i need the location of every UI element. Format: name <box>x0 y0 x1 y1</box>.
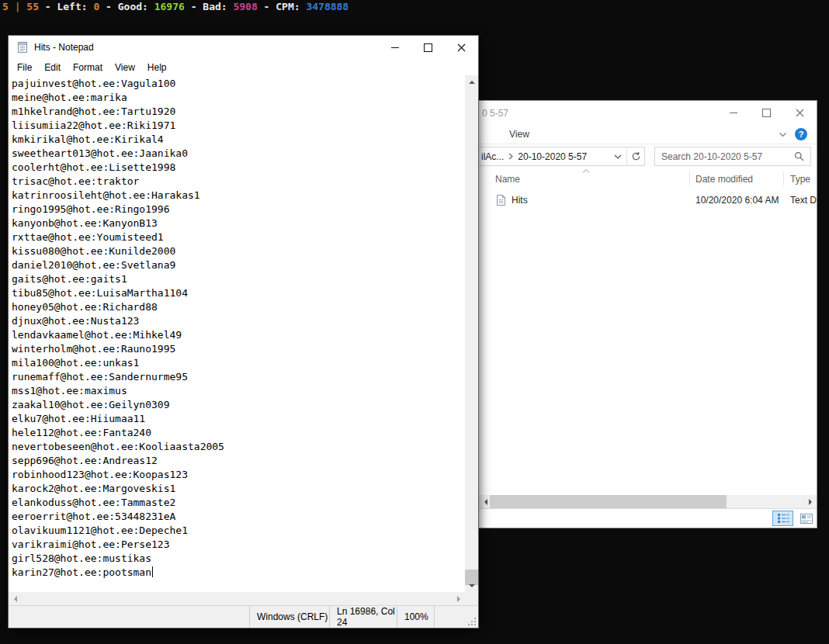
search-icon <box>794 151 804 161</box>
notepad-minimize-button[interactable] <box>378 36 411 59</box>
search-box <box>654 147 811 166</box>
file-date-modified: 10/20/2020 6:04 AM <box>695 195 779 206</box>
scrollbar-corner <box>465 592 478 605</box>
credential-line: katrinroosileht@hot.ee:Harakas1 <box>12 189 465 203</box>
column-header-type[interactable]: Type <box>790 174 810 185</box>
credential-line: kanyonb@hot.ee:KanyonB13 <box>12 216 465 230</box>
ribbon-tab-view[interactable]: View <box>509 129 529 140</box>
credential-line: daniel2010@hot.ee:Svetlana9 <box>12 258 465 272</box>
explorer-titlebar: 0 5-57 <box>479 101 817 125</box>
menu-item[interactable]: View <box>109 61 141 74</box>
notepad-titlebar[interactable]: Hits - Notepad <box>9 36 478 59</box>
menu-item[interactable]: Format <box>67 61 109 74</box>
notepad-maximize-button[interactable] <box>411 36 445 59</box>
scrollbar-thumb[interactable] <box>490 495 727 508</box>
explorer-statusbar <box>479 508 817 528</box>
status-segment: 5 <box>2 1 9 12</box>
credential-line: m1hkelrand@hot.ee:Tartu1920 <box>12 105 465 119</box>
notepad-close-button[interactable] <box>445 36 478 59</box>
ribbon-collapse-icon[interactable] <box>779 132 787 137</box>
credential-line: liisumiia22@hot.ee:Riki1971 <box>12 119 465 133</box>
explorer-minimize-button[interactable] <box>716 101 750 125</box>
address-bar[interactable]: ilAc... 20-10-2020 5-57 <box>479 147 645 166</box>
status-grip-segment <box>434 606 478 628</box>
address-dropdown-icon[interactable] <box>614 154 622 159</box>
column-separator <box>689 172 690 185</box>
explorer-window: 0 5-57 View ? ilAc... 20-10-2020 5-57 <box>478 100 817 528</box>
credential-line: winterholm@hot.ee:Rauno1995 <box>12 342 465 356</box>
details-view-button[interactable] <box>772 511 793 526</box>
credential-line: mss1@hot.ee:maximus <box>12 384 465 398</box>
explorer-close-button[interactable] <box>783 101 817 125</box>
arrow-up-icon <box>469 81 475 84</box>
explorer-maximize-button[interactable] <box>750 101 783 125</box>
credential-line: lendavkaamel@hot.ee:Mihkel49 <box>12 328 465 342</box>
help-icon[interactable]: ? <box>795 128 807 140</box>
explorer-horizontal-scrollbar[interactable] <box>479 495 817 508</box>
notepad-statusbar: Windows (CRLF) Ln 16986, Col 24 100% <box>9 605 478 628</box>
credential-line: djnux@hot.ee:Nusta123 <box>12 314 465 328</box>
credential-line: gaits@hot.ee:gaits1 <box>12 272 465 286</box>
arrow-down-icon <box>469 584 475 587</box>
status-segment: 5908 <box>233 1 257 12</box>
credential-line: pajuinvest@hot.ee:Vagula100 <box>12 77 465 91</box>
refresh-icon <box>631 151 641 161</box>
maximize-icon <box>424 43 432 52</box>
credential-line: mila100@hot.ee:unkas1 <box>12 356 465 370</box>
explorer-title: 0 5-57 <box>479 108 508 119</box>
credential-line: sepp696@hot.ee:Andreas12 <box>12 454 465 468</box>
breadcrumb-current[interactable]: 20-10-2020 5-57 <box>518 151 587 162</box>
file-row[interactable]: Hits 10/20/2020 6:04 AM Text Do <box>479 192 817 209</box>
status-segment: - Good: <box>99 1 154 12</box>
scroll-right-button[interactable] <box>452 592 465 605</box>
credential-line: kissu080@hot.ee:Kunilde2000 <box>12 244 465 258</box>
credential-line: nevertobeseen@hot.ee:Kooliaasta2005 <box>12 440 465 454</box>
arrow-right-icon <box>457 596 460 602</box>
menu-item[interactable]: Help <box>141 61 173 74</box>
credential-line: karock2@hot.ee:Margoveskis1 <box>12 482 465 496</box>
arrow-left-icon <box>484 499 487 505</box>
file-type: Text Do <box>790 195 817 206</box>
breadcrumb-parent[interactable]: ilAc... <box>479 151 504 162</box>
arrow-right-icon <box>809 499 812 505</box>
scroll-up-button[interactable] <box>465 75 478 88</box>
explorer-ribbon: View ? <box>479 125 817 144</box>
details-view-icon <box>777 513 789 524</box>
scroll-right-button[interactable] <box>803 495 817 508</box>
notepad-horizontal-scrollbar[interactable] <box>9 592 465 605</box>
notepad-text-area[interactable]: pajuinvest@hot.ee:Vagula100meine@hot.ee:… <box>9 75 465 592</box>
resize-grip-icon[interactable] <box>467 617 477 626</box>
status-segment: - Left: <box>39 1 93 12</box>
status-segment: 55 <box>26 1 39 12</box>
credential-line: zaakal10@hot.ee:Geilyn0309 <box>12 398 465 412</box>
credential-line: varikraimi@hot.ee:Perse123 <box>12 538 465 552</box>
refresh-button[interactable] <box>627 151 644 161</box>
column-header-name[interactable]: Name <box>495 174 520 185</box>
thumbnails-view-icon <box>800 514 813 524</box>
scroll-down-button[interactable] <box>465 579 478 592</box>
credential-line: rxttae@hot.ee:Youmisteed1 <box>12 230 465 244</box>
credential-line: hele112@hot.ee:Fanta240 <box>12 426 465 440</box>
menu-item[interactable]: Edit <box>38 61 67 74</box>
credential-line: ringo1995@hot.ee:Ringo1996 <box>12 203 465 216</box>
column-header-date-modified[interactable]: Date modified <box>695 174 753 185</box>
credential-line: elku7@hot.ee:Hiiumaa11 <box>12 412 465 426</box>
explorer-file-list: Name Date modified Type Hits 10/20/2020 … <box>479 168 817 495</box>
breadcrumb-chevron-icon <box>508 153 513 160</box>
credential-line: kmkirikal@hot.ee:Kirikal4 <box>12 133 465 147</box>
credential-line: girl528@hot.ee:mustikas <box>12 552 465 566</box>
scroll-left-button[interactable] <box>9 592 22 605</box>
status-line-ending: Windows (CRLF) <box>249 606 329 628</box>
credential-line: eeroerrit@hot.ee:53448231eA <box>12 510 465 524</box>
credential-line: runemaff@hot.ee:Sandernurme95 <box>12 370 465 384</box>
credential-line: karin27@hot.ee:pootsman <box>12 566 465 580</box>
status-cursor-position: Ln 16986, Col 24 <box>329 606 397 628</box>
explorer-address-row: ilAc... 20-10-2020 5-57 <box>479 144 817 168</box>
status-segment: 16976 <box>154 1 185 12</box>
thumbnails-view-button[interactable] <box>799 511 814 526</box>
menu-item[interactable]: File <box>11 61 38 74</box>
status-segment: - Bad: <box>185 1 234 12</box>
search-input[interactable] <box>655 151 794 162</box>
close-icon <box>457 43 466 52</box>
notepad-vertical-scrollbar[interactable] <box>465 75 478 592</box>
